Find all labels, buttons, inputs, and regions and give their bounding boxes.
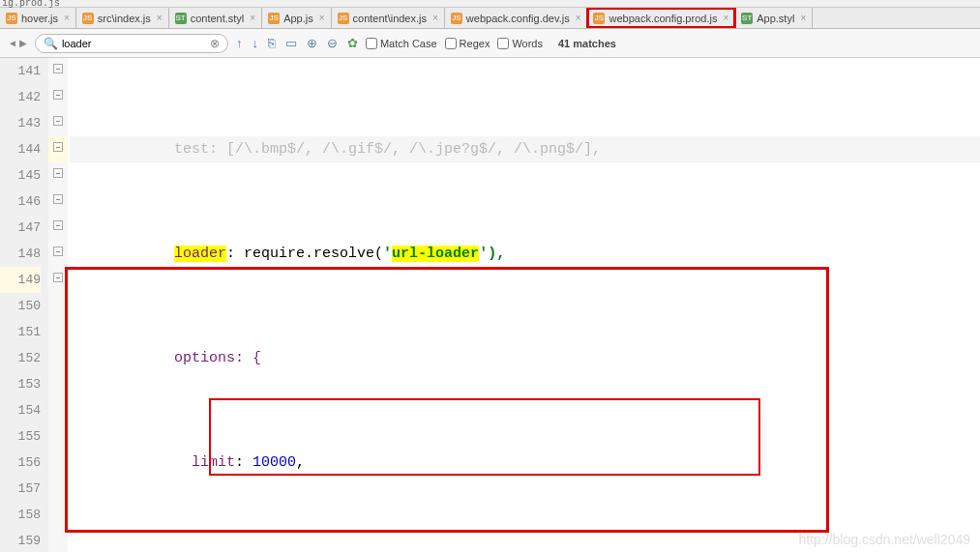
tab-label: webpack.config.dev.js <box>466 13 570 24</box>
js-file-icon: JS <box>6 13 17 24</box>
nav-arrows: ◄ ▶ <box>8 38 27 48</box>
tab-webpack-config-dev-js[interactable]: JSwebpack.config.dev.js× <box>445 8 588 28</box>
code-line: loader: require.resolve('url-loader'), <box>70 241 980 267</box>
line-number: 150 <box>0 293 41 319</box>
line-number: 145 <box>0 162 41 189</box>
fold-cell <box>48 241 68 267</box>
js-file-icon: JS <box>268 13 280 24</box>
line-number: 142 <box>0 84 41 110</box>
line-number: 149 <box>0 267 41 293</box>
code-area[interactable]: test: [/\.bmp$/, /\.gif$/, /\.jpe?g$/, /… <box>68 58 980 552</box>
line-number: 157 <box>0 476 41 502</box>
fold-marker-icon[interactable] <box>53 90 63 100</box>
close-tab-icon[interactable]: × <box>157 13 163 23</box>
fold-cell <box>48 162 68 189</box>
fold-marker-icon[interactable] <box>53 64 63 73</box>
down-occurrence-icon[interactable]: ↓ <box>252 36 258 50</box>
watermark: http://blog.csdn.net/well2049 <box>799 532 970 547</box>
line-number: 151 <box>0 319 41 345</box>
tab-label: App.js <box>283 13 313 24</box>
editor: 1411421431441451461471481491501511521531… <box>0 58 980 552</box>
words-input[interactable] <box>497 38 509 49</box>
fold-marker-icon[interactable] <box>53 168 63 178</box>
up-occurrence-icon[interactable]: ↑ <box>236 36 243 50</box>
match-case-input[interactable] <box>366 38 377 49</box>
fold-cell <box>48 136 68 162</box>
search-box[interactable]: 🔍 ⊗ <box>35 34 228 53</box>
regex-label: Regex <box>460 38 490 49</box>
close-tab-icon[interactable]: × <box>800 13 806 23</box>
tab-label: content\index.js <box>353 13 427 24</box>
code-line: options: { <box>70 345 980 371</box>
fold-marker-icon[interactable] <box>53 220 63 230</box>
fold-cell <box>48 58 68 84</box>
editor-tabs: JShover.js×JSsrc\index.js×STcontent.styl… <box>0 8 980 29</box>
line-number: 153 <box>0 371 41 397</box>
fold-marker-icon[interactable] <box>53 247 63 256</box>
settings-icon[interactable]: ✿ <box>347 36 358 50</box>
fold-marker-icon[interactable] <box>53 273 63 282</box>
add-selection-icon[interactable]: ⊕ <box>307 36 317 50</box>
back-arrow-icon[interactable]: ◄ <box>8 38 17 48</box>
tab-label: hover.js <box>21 13 58 24</box>
js-file-icon: JS <box>593 13 605 24</box>
tab-label: App.styl <box>757 13 794 24</box>
line-number: 159 <box>0 528 41 552</box>
line-number: 141 <box>0 58 41 84</box>
close-tab-icon[interactable]: × <box>432 13 438 23</box>
tab-webpack-config-prod-js[interactable]: JSwebpack.config.prod.js× <box>587 8 735 28</box>
js-file-icon: JS <box>82 13 94 24</box>
fold-marker-icon[interactable] <box>53 142 63 152</box>
regex-input[interactable] <box>445 38 457 49</box>
tab-App-styl[interactable]: STApp.styl× <box>735 8 813 28</box>
words-label: Words <box>512 38 543 49</box>
match-case-checkbox[interactable]: Match Case <box>366 38 437 49</box>
line-number: 143 <box>0 110 41 136</box>
line-number: 148 <box>0 241 41 267</box>
search-bar: ◄ ▶ 🔍 ⊗ ↑ ↓ ⎘ ▭ ⊕ ⊖ ✿ Match Case Regex W… <box>0 29 980 58</box>
close-tab-icon[interactable]: × <box>64 13 70 23</box>
code-line: limit: 10000, <box>70 450 980 476</box>
close-tab-icon[interactable]: × <box>319 13 325 23</box>
fold-marker-icon[interactable] <box>53 116 63 126</box>
tab-label: webpack.config.prod.js <box>609 13 717 24</box>
line-gutter: 1411421431441451461471481491501511521531… <box>0 58 48 552</box>
search-toolbar: ↑ ↓ ⎘ ▭ ⊕ ⊖ ✿ <box>236 36 358 50</box>
remove-selection-icon[interactable]: ⊖ <box>327 36 338 50</box>
line-number: 158 <box>0 502 41 528</box>
styl-file-icon: ST <box>175 13 187 24</box>
tab-label: content.styl <box>191 13 245 24</box>
forward-arrow-icon[interactable]: ▶ <box>19 38 27 48</box>
line-number: 154 <box>0 397 41 423</box>
filter-icon[interactable]: ⎘ <box>268 36 276 50</box>
regex-checkbox[interactable]: Regex <box>445 38 490 49</box>
words-checkbox[interactable]: Words <box>497 38 543 49</box>
js-file-icon: JS <box>338 13 349 24</box>
tab-hover-js[interactable]: JShover.js× <box>0 8 76 28</box>
line-number: 146 <box>0 189 41 215</box>
line-number: 147 <box>0 215 41 241</box>
breadcrumb: ig.prod.js <box>0 0 980 8</box>
match-case-label: Match Case <box>380 38 437 49</box>
close-tab-icon[interactable]: × <box>723 13 728 23</box>
search-input[interactable] <box>62 38 210 49</box>
line-number: 144 <box>0 136 41 162</box>
close-tab-icon[interactable]: × <box>576 13 581 23</box>
tab-content-styl[interactable]: STcontent.styl× <box>169 8 262 28</box>
match-count: 41 matches <box>558 38 616 49</box>
styl-file-icon: ST <box>741 13 753 24</box>
close-tab-icon[interactable]: × <box>250 13 255 23</box>
fold-cell <box>48 189 68 215</box>
annotation-box-outer <box>65 267 829 533</box>
tab-App-js[interactable]: JSApp.js× <box>262 8 331 28</box>
tab-src-index-js[interactable]: JSsrc\index.js× <box>76 8 169 28</box>
js-file-icon: JS <box>451 13 462 24</box>
clear-search-icon[interactable]: ⊗ <box>210 37 220 50</box>
fold-marker-icon[interactable] <box>53 194 63 204</box>
select-all-icon[interactable]: ▭ <box>285 36 297 50</box>
fold-gutter <box>48 58 68 552</box>
fold-cell <box>48 267 68 293</box>
tab-label: src\index.js <box>98 13 151 24</box>
tab-content-index-js[interactable]: JScontent\index.js× <box>332 8 445 28</box>
line-number: 155 <box>0 423 41 450</box>
